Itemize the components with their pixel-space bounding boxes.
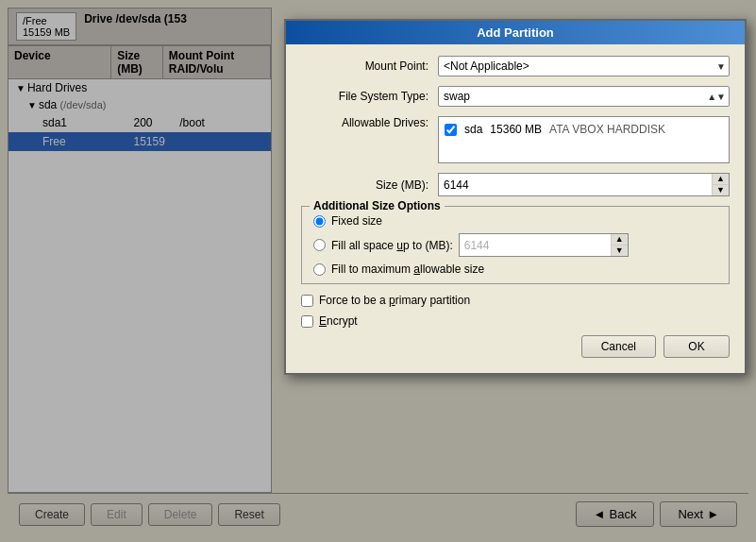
size-input[interactable] [439,176,712,195]
dialog-buttons: Cancel OK [301,335,730,362]
fill-up-spinner-buttons: ▲ ▼ [611,234,628,256]
mount-point-row: Mount Point: <Not Applicable> ▼ [301,56,730,76]
add-partition-dialog: Add Partition Mount Point: <Not Applicab… [284,19,747,375]
allowable-drives-box: sda 15360 MB ATA VBOX HARDDISK [438,116,730,163]
size-row: Size (MB): ▲ ▼ [301,173,730,196]
drive-name: sda [464,123,482,136]
main-window: /Free 15159 MB Drive /dev/sda (153 Devic… [0,0,756,542]
fs-type-control: swap ext4 ext3 ext2 xfs btrfs vfat ▲▼ [438,86,730,107]
fill-up-spinbox: ▲ ▼ [459,233,629,257]
ok-button[interactable]: OK [664,335,730,358]
force-primary-checkbox[interactable] [301,295,313,307]
drive-checkbox[interactable] [445,124,457,136]
additional-size-options: Additional Size Options Fixed size Fill … [301,206,730,284]
size-spinbox: ▲ ▼ [438,173,730,196]
force-primary-row: Force to be a primary partition [301,294,730,307]
force-primary-label: Force to be a primary partition [319,294,470,307]
drive-size: 15360 MB [490,123,542,136]
dialog-body: Mount Point: <Not Applicable> ▼ File Sys… [286,44,745,373]
mount-point-select[interactable]: <Not Applicable> [438,56,730,76]
drive-item: sda 15360 MB ATA VBOX HARDDISK [445,123,723,136]
mount-point-label: Mount Point: [301,59,438,73]
radio-max-input[interactable] [313,263,326,276]
encrypt-checkbox[interactable] [301,315,313,328]
fill-up-input[interactable] [460,236,611,255]
encrypt-row: Encrypt [301,314,730,328]
modal-overlay: Add Partition Mount Point: <Not Applicab… [0,0,756,542]
size-spinner-buttons: ▲ ▼ [712,174,729,195]
options-legend: Additional Size Options [310,199,445,212]
fill-up-increment-button[interactable]: ▲ [612,234,628,246]
radio-fixed-label: Fixed size [331,214,382,228]
radio-max: Fill to maximum allowable size [313,263,717,276]
radio-fixed-input[interactable] [313,215,326,228]
size-increment-button[interactable]: ▲ [713,174,729,185]
fs-type-select[interactable]: swap ext4 ext3 ext2 xfs btrfs vfat [438,86,730,107]
mount-point-control: <Not Applicable> ▼ [438,56,730,76]
fs-type-label: File System Type: [301,90,438,103]
allowable-drives-label: Allowable Drives: [301,116,438,129]
cancel-button[interactable]: Cancel [581,335,656,358]
radio-max-label: Fill to maximum allowable size [331,263,484,276]
radio-fixed: Fixed size [313,214,717,228]
encrypt-label: Encrypt [319,314,358,328]
dialog-title: Add Partition [286,21,745,44]
allowable-drives-row: Allowable Drives: sda 15360 MB ATA VBOX … [301,116,730,163]
radio-fill-up: Fill all space up to (MB): ▲ ▼ [313,233,717,257]
drive-model: ATA VBOX HARDDISK [549,123,665,136]
fs-type-row: File System Type: swap ext4 ext3 ext2 xf… [301,86,730,107]
size-label: Size (MB): [301,178,438,192]
size-decrement-button[interactable]: ▼ [713,185,729,195]
radio-fill-up-input[interactable] [313,239,326,251]
radio-fill-up-label: Fill all space up to (MB): [331,239,453,252]
fill-up-decrement-button[interactable]: ▼ [612,246,628,256]
